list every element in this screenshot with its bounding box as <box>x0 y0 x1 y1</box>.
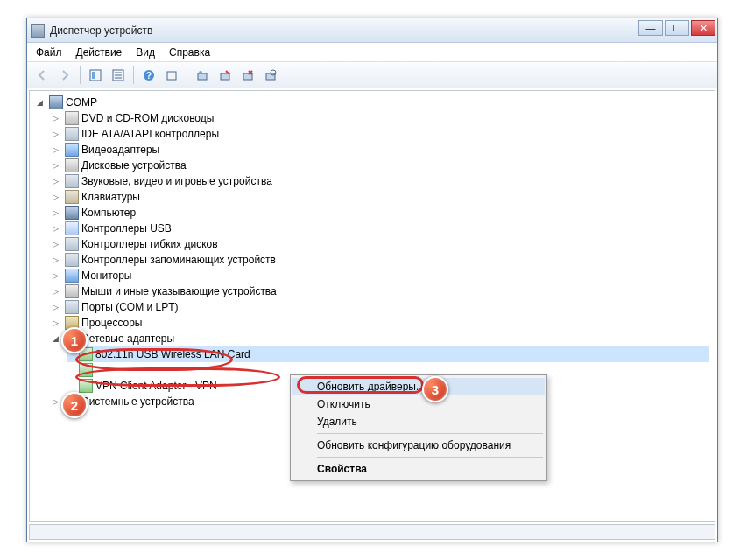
scan-hardware-button[interactable] <box>261 66 280 85</box>
tree-item[interactable]: Мыши и иные указывающие устройства <box>51 284 709 299</box>
expander-icon[interactable] <box>51 145 60 154</box>
tree-item[interactable]: Мониторы <box>51 268 709 284</box>
computer-node-icon <box>65 206 79 220</box>
tree-item[interactable]: Видеоадаптеры <box>51 142 709 158</box>
disk-icon <box>65 158 79 172</box>
svg-rect-9 <box>198 74 207 80</box>
svg-point-10 <box>199 71 202 74</box>
ctx-update-drivers[interactable]: Обновить драйверы... <box>292 378 545 396</box>
show-hide-console-tree-button[interactable] <box>86 66 105 85</box>
ctx-properties[interactable]: Свойства <box>292 460 545 478</box>
expander-icon[interactable] <box>51 114 60 122</box>
dvd-icon <box>65 111 79 125</box>
window-title: Диспетчер устройств <box>50 24 152 37</box>
expander-icon[interactable] <box>51 161 60 170</box>
expander-icon[interactable] <box>51 287 60 296</box>
svg-rect-8 <box>167 72 176 80</box>
device-tree[interactable]: COMP DVD и CD-ROM дисководы IDE ATA/ATAP… <box>35 94 709 410</box>
storage-ctrl-icon <box>65 253 79 267</box>
annotation-badge-2: 2 <box>61 392 88 418</box>
menu-action[interactable]: Действие <box>76 46 123 59</box>
mouse-icon <box>65 284 79 298</box>
tree-item[interactable]: Звуковые, видео и игровые устройства <box>51 173 709 189</box>
app-icon <box>31 24 45 38</box>
expander-icon[interactable] <box>51 256 60 264</box>
close-button[interactable]: ✕ <box>691 20 715 36</box>
expander-icon[interactable] <box>51 397 60 406</box>
tree-item-network-adapters[interactable]: Сетевые адаптеры <box>51 331 709 346</box>
device-manager-window: Диспетчер устройств — ☐ ✕ Файл Действие … <box>26 18 718 542</box>
computer-icon <box>49 95 63 109</box>
expander-icon[interactable] <box>51 192 60 201</box>
ctx-uninstall[interactable]: Удалить <box>292 413 545 430</box>
menu-help[interactable]: Справка <box>169 46 210 59</box>
svg-text:?: ? <box>146 71 152 80</box>
ctx-disable[interactable]: Отключить <box>292 396 545 413</box>
usb-icon <box>65 221 79 235</box>
help-button[interactable]: ? <box>139 66 159 85</box>
tree-item[interactable]: Контроллеры запоминающих устройств <box>51 252 709 268</box>
ctx-separator <box>317 457 543 458</box>
tree-item[interactable]: Контроллеры USB <box>51 220 709 236</box>
device-tree-panel[interactable]: COMP DVD и CD-ROM дисководы IDE ATA/ATAP… <box>29 90 715 522</box>
root-label: COMP <box>66 96 97 108</box>
tree-item[interactable]: Процессоры <box>51 315 709 331</box>
menu-file[interactable]: Файл <box>36 46 62 59</box>
svg-rect-1 <box>92 72 95 79</box>
titlebar: Диспетчер устройств — ☐ ✕ <box>27 18 717 43</box>
tree-item[interactable]: DVD и CD-ROM дисководы <box>51 110 709 126</box>
tree-item-wireless-lan[interactable]: 802.11n USB Wireless LAN Card <box>67 346 709 362</box>
menubar: Файл Действие Вид Справка <box>27 43 717 62</box>
svg-rect-15 <box>266 74 275 80</box>
ctx-separator <box>317 433 543 434</box>
update-drivers-button[interactable] <box>193 66 212 85</box>
annotation-badge-1: 1 <box>61 327 88 354</box>
tree-item[interactable]: IDE ATA/ATAPI контроллеры <box>51 126 709 142</box>
expander-icon[interactable] <box>51 334 60 343</box>
uninstall-button[interactable] <box>238 66 257 85</box>
ide-icon <box>65 127 79 141</box>
forward-button[interactable] <box>55 66 74 85</box>
svg-rect-12 <box>243 74 252 80</box>
expander-icon[interactable] <box>51 271 60 280</box>
adapter-icon <box>79 379 93 393</box>
expander-icon[interactable] <box>51 224 60 233</box>
adapter-icon <box>79 363 93 377</box>
tree-item[interactable]: Контроллеры гибких дисков <box>51 236 709 252</box>
sound-icon <box>65 174 79 188</box>
disable-button[interactable] <box>215 66 235 85</box>
properties-button[interactable] <box>109 66 128 85</box>
tree-item[interactable]: Порты (COM и LPT) <box>51 299 709 315</box>
back-button[interactable] <box>32 66 52 85</box>
expander-icon[interactable] <box>51 177 60 186</box>
context-menu: Обновить драйверы... Отключить Удалить О… <box>290 374 547 481</box>
keyboard-icon <box>65 190 79 204</box>
display-icon <box>65 143 79 157</box>
toolbar: ? <box>27 62 717 88</box>
monitor-icon <box>65 269 79 283</box>
expander-icon[interactable] <box>51 240 60 248</box>
statusbar <box>29 524 715 540</box>
expander-icon[interactable] <box>51 303 60 312</box>
ports-icon <box>65 300 79 314</box>
expander-icon[interactable] <box>51 318 60 327</box>
svg-rect-11 <box>221 74 229 80</box>
minimize-button[interactable]: — <box>638 20 663 36</box>
tree-item[interactable]: Клавиатуры <box>51 189 709 205</box>
tree-root[interactable]: COMP <box>35 94 709 110</box>
maximize-button[interactable]: ☐ <box>665 20 689 36</box>
svg-rect-0 <box>90 70 101 80</box>
menu-view[interactable]: Вид <box>136 46 155 59</box>
action-button[interactable] <box>162 66 181 85</box>
expander-icon[interactable] <box>35 98 44 107</box>
expander-icon[interactable] <box>51 208 60 217</box>
floppy-icon <box>65 237 79 251</box>
tree-item[interactable]: Компьютер <box>51 205 709 220</box>
expander-icon[interactable] <box>51 130 60 138</box>
tree-item[interactable]: Дисковые устройства <box>51 158 709 173</box>
annotation-badge-3: 3 <box>422 376 448 402</box>
ctx-scan-hardware[interactable]: Обновить конфигурацию оборудования <box>292 437 545 454</box>
